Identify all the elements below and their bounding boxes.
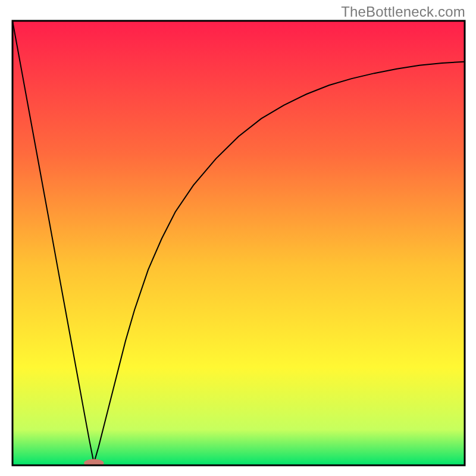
chart-container: TheBottleneck.com — [0, 0, 476, 476]
bottleneck-chart — [0, 0, 476, 476]
watermark-text: TheBottleneck.com — [341, 4, 465, 20]
gradient-background — [12, 21, 465, 465]
